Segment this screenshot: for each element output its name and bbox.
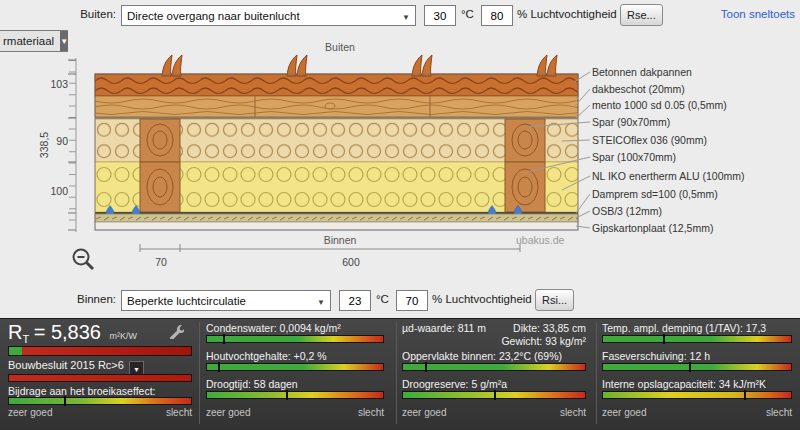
bouwbesluit-bar bbox=[8, 374, 192, 382]
boarding-layer bbox=[95, 96, 578, 117]
dimension-total-height: 338,5 bbox=[38, 125, 50, 165]
rt-value: RT = 5,836 m²K/W bbox=[8, 321, 137, 345]
edit-settings-button[interactable] bbox=[168, 323, 184, 343]
layer-label-rafter-90: Spar (90x70mm) bbox=[592, 116, 670, 128]
zoom-out-button[interactable] bbox=[70, 247, 98, 273]
outside-humidity-label: % Luchtvochtigheid bbox=[517, 8, 617, 20]
diagram-inside-label: Binnen bbox=[310, 234, 370, 246]
droogreserve-bar bbox=[402, 391, 586, 399]
dimension-beam-width: 70 bbox=[146, 256, 176, 268]
panel-divider bbox=[199, 322, 200, 424]
vertical-ruler bbox=[68, 58, 76, 232]
layer-label-osb: OSB/3 (12mm) bbox=[592, 205, 662, 217]
layer-label-rafter-100: Spar (100x70mm) bbox=[592, 151, 676, 163]
inside-circulation-value: Beperkte luchtcirculatie bbox=[127, 295, 246, 307]
droogtijd-value: Droogtijd: 58 dagen bbox=[206, 378, 298, 390]
enertherm-layer bbox=[95, 162, 578, 212]
watermark: ubakus.de bbox=[516, 234, 564, 246]
layer-label-steicoflex: STEICOflex 036 (90mm) bbox=[592, 134, 707, 146]
dimension-bottom: 100 bbox=[44, 185, 68, 197]
layer-label-mento: mento 1000 sd 0.05 (0,5mm) bbox=[592, 99, 727, 111]
layer-leader-lines bbox=[527, 72, 590, 228]
outside-humidity-input[interactable] bbox=[481, 5, 513, 26]
inside-degc-label: °C bbox=[376, 293, 389, 305]
rse-button[interactable]: Rse... bbox=[620, 4, 663, 26]
faseverschuiving-bar bbox=[602, 363, 792, 371]
gewicht-value: Gewicht: 93 kg/m² bbox=[402, 335, 586, 347]
temp-ampl-bar bbox=[602, 335, 792, 343]
greenhouse-bar bbox=[8, 397, 192, 405]
layer-label-gypsum: Gipskartonplaat (12,5mm) bbox=[592, 222, 713, 234]
temp-ampl-value: Temp. ampl. demping (1/TAV): 17,3 bbox=[602, 322, 766, 334]
opslagcapaciteit-bar bbox=[602, 391, 792, 399]
chevron-down-icon bbox=[60, 31, 68, 51]
diagram-outside-label: Buiten bbox=[305, 41, 375, 53]
steicoflex-layer bbox=[95, 119, 578, 162]
gypsum-layer bbox=[95, 222, 578, 230]
magnifier-minus-icon bbox=[70, 247, 98, 273]
outside-transition-value: Directe overgang naar buitenlucht bbox=[127, 10, 300, 22]
inside-label: Binnen: bbox=[60, 293, 116, 305]
condenswater-bar bbox=[206, 335, 384, 343]
houtvochtgehalte-value: Houtvochtgehalte: +0,2 % bbox=[206, 350, 327, 362]
material-dropdown-label: rmateriaal bbox=[3, 35, 54, 47]
material-dropdown[interactable]: rmateriaal bbox=[0, 30, 68, 52]
oppervlakte-value: Oppervlakte binnen: 23,2°C (69%) bbox=[402, 350, 562, 362]
condensation-droplet-icon bbox=[488, 206, 496, 218]
rt-rating-bar bbox=[8, 346, 192, 356]
greenhouse-label: Bijdrage aan het broeikaseffect: bbox=[8, 385, 156, 397]
droogreserve-value: Droogreserve: 5 g/m²a bbox=[402, 378, 507, 390]
chevron-down-icon bbox=[396, 10, 410, 22]
oppervlakte-bar bbox=[402, 363, 586, 371]
rating-scale: zeer goedslecht bbox=[206, 407, 384, 418]
show-shortcuts-link[interactable]: Toon sneltoets bbox=[721, 8, 795, 20]
condensation-droplet-icon bbox=[514, 206, 522, 218]
dimension-top: 103 bbox=[44, 78, 68, 90]
faseverschuiving-value: Faseverschuiving: 12 h bbox=[602, 350, 710, 362]
outside-label: Buiten: bbox=[60, 8, 116, 20]
dikte-value: Dikte: 33,85 cm bbox=[402, 322, 586, 334]
dimension-spacing: 600 bbox=[336, 256, 366, 268]
roof-tiles-layer bbox=[95, 55, 578, 96]
houtvochtgehalte-bar bbox=[206, 363, 384, 371]
dimension-mid: 90 bbox=[52, 135, 68, 147]
outside-temperature-input[interactable] bbox=[424, 5, 456, 26]
inside-humidity-label: % Luchtvochtigheid bbox=[432, 293, 532, 305]
droogtijd-bar bbox=[206, 391, 384, 399]
layer-label-damprem: Damprem sd=100 (0,5mm) bbox=[592, 188, 718, 200]
inside-humidity-input[interactable] bbox=[396, 290, 428, 311]
layer-label-boarding: dakbeschot (20mm) bbox=[592, 83, 685, 95]
condenswater-value: Condenswater: 0,0094 kg/m² bbox=[206, 322, 341, 334]
rating-scale: zeer goedslecht bbox=[8, 407, 192, 418]
layer-label-enertherm: NL IKO enertherm ALU (100mm) bbox=[592, 170, 745, 182]
vapour-barrier-layer bbox=[95, 206, 578, 218]
outside-transition-dropdown[interactable]: Directe overgang naar buitenlucht bbox=[121, 5, 416, 26]
layer-label-tiles: Betonnen dakpannen bbox=[592, 66, 692, 78]
inside-circulation-dropdown[interactable]: Beperkte luchtcirculatie bbox=[121, 290, 331, 311]
panel-divider bbox=[396, 322, 397, 424]
condensation-droplet-icon bbox=[106, 206, 114, 218]
rating-scale: zeer goedslecht bbox=[402, 407, 586, 418]
rating-scale: zeer goedslecht bbox=[602, 407, 792, 418]
chevron-down-icon bbox=[311, 295, 325, 307]
inside-temperature-input[interactable] bbox=[339, 290, 371, 311]
panel-divider bbox=[596, 322, 597, 424]
opslagcapaciteit-value: Interne opslagcapaciteit: 34 kJ/m²K bbox=[602, 378, 766, 390]
rsi-button[interactable]: Rsi... bbox=[535, 289, 574, 311]
ubakus-app: Buiten: Directe overgang naar buitenluch… bbox=[0, 0, 800, 430]
condensation-droplet-icon bbox=[132, 206, 140, 218]
wrench-icon bbox=[168, 323, 184, 339]
outside-degc-label: °C bbox=[461, 8, 474, 20]
osb-layer bbox=[95, 214, 578, 222]
